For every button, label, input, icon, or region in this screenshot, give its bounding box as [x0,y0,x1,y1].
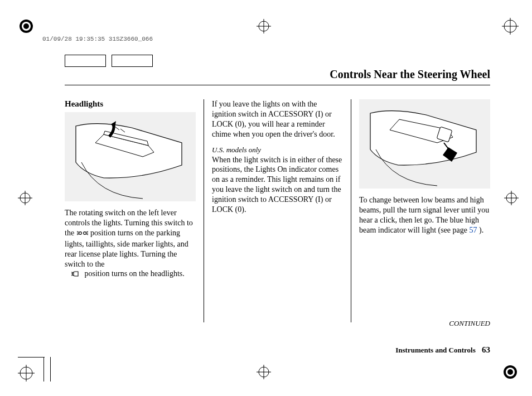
registration-mark-tc [257,19,271,33]
column-3: To change between low beams and high bea… [359,99,490,322]
registration-mark-bl [18,365,35,381]
page-link-57[interactable]: 57 [470,226,477,234]
body-text: U.S. models only When the light switch i… [212,145,343,215]
registration-mark-tl [18,18,35,35]
column-2: If you leave the lights on with the igni… [212,99,343,322]
registration-mark-tr [502,18,519,35]
svg-point-23 [507,369,513,375]
crop-mark [50,357,51,381]
illustration-high-beam-lever [359,99,490,189]
crop-mark [43,357,44,381]
illustration-headlight-switch [65,112,196,201]
svg-point-2 [23,23,29,29]
print-stamp: 01/09/28 19:35:35 31SZ3660_066 [42,36,153,42]
column-divider [351,99,351,322]
page-number: 63 [482,345,490,354]
subheading-us-models: U.S. models only [212,146,261,154]
column-1: Headlights The rotating switch on the le… [65,99,196,322]
tab-box [112,55,153,67]
continued-label: CONTINUED [449,319,490,328]
page-footer: Instruments and Controls 63 [395,345,490,355]
content-columns: Headlights The rotating switch on the le… [65,99,490,322]
svg-line-36 [71,272,74,273]
svg-line-35 [86,234,88,235]
body-text: The rotating switch on the left lever co… [65,208,196,280]
body-text: To change between low beams and high bea… [359,195,490,235]
parking-lights-icon [76,229,89,239]
crop-mark [18,357,45,358]
body-text: If you leave the lights on with the igni… [212,99,343,139]
svg-line-30 [77,231,79,232]
tab-box [65,55,106,67]
registration-mark-mr [504,191,519,205]
text: ). [479,226,483,234]
registration-mark-bc [257,365,271,379]
title-rule [65,85,490,85]
header-tabs [65,55,153,67]
footer-section: Instruments and Controls [395,346,476,354]
headlights-icon [70,270,83,280]
text: When the light switch is in either of th… [212,156,342,214]
registration-mark-br [502,364,519,380]
text: position turns on the headlights. [85,269,185,278]
svg-point-29 [83,231,86,234]
svg-point-28 [79,231,81,234]
page-title: Controls Near the Steering Wheel [330,68,490,81]
svg-line-38 [71,275,74,276]
svg-line-32 [77,234,79,235]
column-divider [204,99,204,322]
heading-headlights: Headlights [65,99,196,109]
registration-mark-ml [18,191,32,205]
svg-line-33 [86,231,88,232]
